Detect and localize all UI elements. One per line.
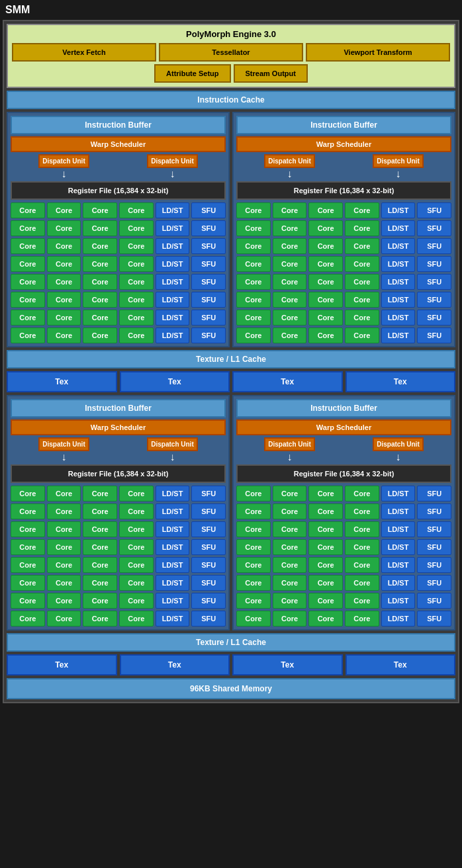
warp-scheduler-right-top: Warp Scheduler [236,136,451,152]
core-cell: Core [11,486,45,501]
sfu-cell: SFU [417,521,451,537]
instruction-cache-bar: Instruction Cache [7,91,455,109]
tex-row-bottom: Tex Tex Tex Tex [7,654,455,675]
core-cell: Core [47,503,81,519]
ldst-cell: LD/ST [381,256,416,272]
core-cell: Core [345,202,379,218]
core-cell: Core [308,238,343,254]
core-cell: Core [273,611,307,627]
core-cell: Core [308,521,343,537]
core-cell: Core [236,292,271,308]
ldst-cell: LD/ST [381,220,416,236]
core-cell: Core [236,611,271,627]
ldst-cell: LD/ST [381,503,416,519]
core-cell: Core [83,256,117,272]
core-cell: Core [236,220,271,236]
sm-left-bottom: Instruction Buffer Warp Scheduler Dispat… [7,395,230,630]
core-cell: Core [273,486,307,501]
core-cell: Core [345,292,379,308]
core-cell: Core [345,256,379,272]
core-cell: Core [273,238,307,254]
core-cell: Core [11,238,45,254]
core-cell: Core [119,521,154,537]
core-cell: Core [308,557,343,573]
core-cell: Core [83,539,117,555]
core-cell: Core [236,256,271,272]
ldst-cell: LD/ST [156,503,190,519]
core-cell: Core [308,310,343,326]
ldst-cell: LD/ST [156,220,190,236]
core-cell: Core [273,593,307,609]
core-cell: Core [236,486,271,501]
tex-box-6: Tex [120,654,230,675]
ldst-cell: LD/ST [381,486,416,501]
sm-left-top: Instruction Buffer Warp Scheduler Dispat… [7,112,230,347]
tex-box-7: Tex [232,654,343,675]
sfu-cell: SFU [191,486,226,501]
core-cell: Core [273,539,307,555]
core-cell: Core [83,486,117,501]
core-cell: Core [345,238,379,254]
core-cell: Core [11,220,45,236]
core-cell: Core [308,292,343,308]
register-file-right-top: Register File (16,384 x 32-bit) [236,181,451,200]
core-cell: Core [83,292,117,308]
core-cell: Core [11,256,45,272]
ldst-cell: LD/ST [156,611,190,627]
core-cell: Core [236,575,271,591]
core-cell: Core [345,327,379,343]
core-cell: Core [273,521,307,537]
core-cell: Core [236,327,271,343]
texture-l1-cache-top: Texture / L1 Cache [7,350,455,369]
vertex-fetch-box: Vertex Fetch [12,43,156,62]
tessellator-box: Tessellator [159,43,303,62]
ldst-cell: LD/ST [381,327,416,343]
core-cell: Core [273,292,307,308]
core-cell: Core [11,593,45,609]
core-cell: Core [119,611,154,627]
sfu-cell: SFU [191,274,226,290]
instr-buffer-right-top: Instruction Buffer [236,116,451,134]
sfu-cell: SFU [191,238,226,254]
core-cell: Core [273,220,307,236]
core-cell: Core [11,575,45,591]
instr-buffer-right-bot: Instruction Buffer [236,399,451,417]
core-cell: Core [345,539,379,555]
core-cell: Core [273,202,307,218]
warp-scheduler-left-top: Warp Scheduler [11,136,226,152]
core-cell: Core [345,486,379,501]
core-cell: Core [11,521,45,537]
core-cell: Core [236,238,271,254]
core-cell: Core [47,557,81,573]
ldst-cell: LD/ST [156,238,190,254]
sfu-cell: SFU [417,274,451,290]
dispatch-unit-3: Dispatch Unit [264,154,314,168]
sfu-cell: SFU [191,557,226,573]
core-cell: Core [273,503,307,519]
core-cell: Core [47,593,81,609]
core-cell: Core [236,202,271,218]
core-cell: Core [345,521,379,537]
ldst-cell: LD/ST [156,575,190,591]
sfu-cell: SFU [417,593,451,609]
sfu-cell: SFU [417,202,451,218]
core-cell: Core [83,611,117,627]
sfu-cell: SFU [191,310,226,326]
sfu-cell: SFU [417,611,451,627]
core-cell: Core [47,611,81,627]
core-cell: Core [11,539,45,555]
core-cell: Core [119,593,154,609]
core-cell: Core [119,310,154,326]
sfu-cell: SFU [417,327,451,343]
core-cell: Core [83,310,117,326]
core-cell: Core [236,503,271,519]
core-cell: Core [119,557,154,573]
core-cell: Core [83,575,117,591]
sfu-cell: SFU [191,503,226,519]
core-grid-right-top: CoreCoreCoreCoreLD/STSFU CoreCoreCoreCor… [236,202,451,343]
sm-right-bottom: Instruction Buffer Warp Scheduler Dispat… [232,395,455,630]
core-cell: Core [83,202,117,218]
sfu-cell: SFU [417,503,451,519]
ldst-cell: LD/ST [381,539,416,555]
core-cell: Core [119,575,154,591]
